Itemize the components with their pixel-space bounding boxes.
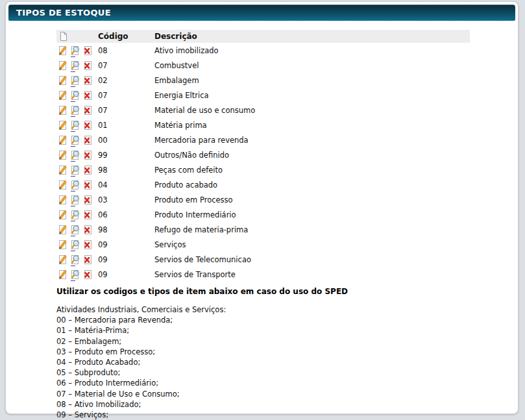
table-row: 01 Matéria prima (56, 117, 470, 132)
delete-icon[interactable] (82, 165, 93, 175)
stock-table: Código Descrição (56, 30, 470, 282)
sped-list-item: 07 – Material de Uso e Consumo; (56, 389, 518, 399)
table-row: 07 Material de uso e consumo (56, 103, 470, 117)
descricao-cell: Outros/Não definido (154, 151, 470, 160)
sped-list-item: 09 – Serviços; (56, 410, 518, 420)
view-icon[interactable] (70, 195, 80, 205)
row-actions-cell (56, 180, 98, 190)
view-link-underline (71, 221, 75, 221)
row-actions-cell (56, 60, 98, 71)
view-link-underline (71, 86, 75, 87)
edit-icon[interactable] (58, 75, 68, 86)
view-icon[interactable] (70, 135, 80, 145)
edit-icon[interactable] (58, 135, 68, 145)
edit-icon[interactable] (58, 180, 68, 190)
row-actions-cell (56, 150, 98, 160)
table-row: 02 Embalagem (56, 73, 470, 88)
view-link-underline (71, 131, 75, 132)
delete-icon[interactable] (82, 60, 93, 71)
row-actions-cell (56, 240, 98, 250)
table-row: 98 Refugo de materia-prima (56, 222, 470, 237)
edit-icon[interactable] (58, 254, 68, 265)
codigo-cell: 08 (98, 46, 154, 55)
edit-icon[interactable] (58, 225, 68, 235)
edit-icon[interactable] (58, 165, 68, 175)
sped-list-items: 00 – Mercadoria para Revenda;01 – Matéri… (56, 315, 518, 420)
codigo-cell: 03 (98, 195, 154, 204)
delete-icon[interactable] (82, 180, 93, 190)
delete-icon[interactable] (82, 120, 93, 130)
table-row: 09 Servios de Transporte (56, 267, 470, 282)
view-icon[interactable] (70, 120, 80, 130)
edit-icon[interactable] (58, 150, 68, 160)
edit-icon[interactable] (58, 120, 68, 130)
delete-icon[interactable] (82, 90, 93, 101)
codigo-cell: 07 (98, 91, 154, 100)
delete-icon[interactable] (82, 240, 93, 250)
edit-icon[interactable] (58, 90, 68, 101)
row-actions-cell (56, 225, 98, 235)
table-row: 98 Peças com defeito (56, 162, 470, 177)
delete-icon[interactable] (82, 75, 93, 86)
descricao-cell: Produto em Processo (154, 195, 470, 204)
delete-icon[interactable] (82, 135, 93, 145)
view-icon[interactable] (70, 210, 80, 220)
table-row: 09 Serviços (56, 237, 470, 252)
descricao-cell: Embalagem (154, 76, 470, 85)
edit-icon[interactable] (58, 210, 68, 220)
edit-icon[interactable] (58, 240, 68, 250)
edit-icon[interactable] (58, 105, 68, 116)
delete-icon[interactable] (82, 45, 93, 56)
delete-icon[interactable] (82, 195, 93, 205)
column-header-descricao: Descrição (154, 32, 470, 41)
view-icon[interactable] (70, 240, 80, 250)
sped-note-heading: Utilizar os codigos e tipos de item abai… (56, 287, 518, 296)
view-icon[interactable] (70, 105, 80, 116)
page-title: TIPOS DE ESTOQUE (16, 8, 111, 18)
view-icon[interactable] (70, 165, 80, 175)
view-link-underline (71, 176, 75, 177)
edit-icon[interactable] (58, 45, 68, 56)
delete-icon[interactable] (82, 254, 93, 265)
view-icon[interactable] (70, 150, 80, 160)
descricao-cell: Refugo de materia-prima (154, 225, 470, 234)
view-icon[interactable] (70, 75, 80, 86)
table-row: 09 Servios de Telecomunicao (56, 252, 470, 267)
row-actions-cell (56, 90, 98, 101)
view-link-underline (71, 71, 75, 72)
edit-icon[interactable] (58, 269, 68, 280)
view-icon[interactable] (70, 254, 80, 265)
view-icon[interactable] (70, 60, 80, 71)
sped-list-item: 06 – Produto Intermediário; (56, 378, 518, 388)
codigo-cell: 09 (98, 270, 154, 279)
sped-list-item: 05 – Subproduto; (56, 367, 518, 378)
descricao-cell: Energia Eltrica (154, 91, 470, 100)
delete-icon[interactable] (82, 105, 93, 116)
delete-icon[interactable] (82, 269, 93, 280)
descricao-cell: Servios de Telecomunicao (154, 255, 470, 264)
view-icon[interactable] (70, 45, 80, 56)
delete-icon[interactable] (82, 210, 93, 220)
row-actions-cell (56, 120, 98, 130)
view-icon[interactable] (70, 225, 80, 235)
codigo-cell: 98 (98, 225, 154, 234)
table-row: 00 Mercadoria para revenda (56, 132, 470, 147)
table-header-row: Código Descrição (56, 30, 470, 43)
row-actions-cell (56, 195, 98, 205)
codigo-cell: 01 (98, 121, 154, 130)
delete-icon[interactable] (82, 150, 93, 160)
edit-icon[interactable] (58, 60, 68, 71)
table-row: 04 Produto acabado (56, 177, 470, 192)
row-actions-cell (56, 105, 98, 116)
descricao-cell: Serviços (154, 240, 470, 249)
view-icon[interactable] (70, 90, 80, 101)
view-link-underline (71, 266, 75, 266)
descricao-cell: Material de uso e consumo (154, 106, 470, 115)
view-icon[interactable] (70, 269, 80, 280)
view-icon[interactable] (70, 180, 80, 190)
delete-icon[interactable] (82, 225, 93, 235)
table-row: 06 Produto Intermediário (56, 207, 470, 222)
edit-icon[interactable] (58, 195, 68, 205)
row-actions-cell (56, 45, 98, 56)
row-actions-cell (56, 165, 98, 175)
